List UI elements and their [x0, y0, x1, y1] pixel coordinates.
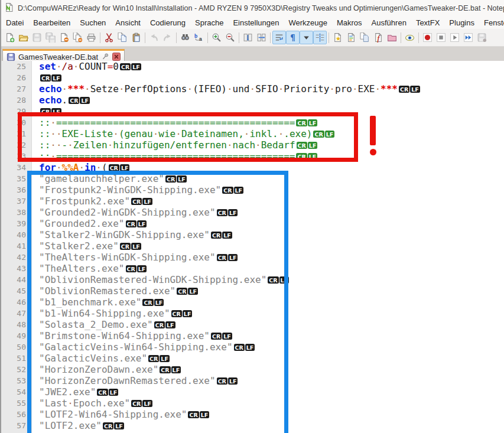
redo-button[interactable]: [161, 31, 174, 44]
undo-button[interactable]: [147, 31, 161, 44]
editor-line-55[interactable]: 55"Last·Epoch.exe"CRLF: [1, 398, 504, 409]
replace-button[interactable]: ba: [192, 31, 206, 44]
file-monitoring-button[interactable]: [403, 31, 417, 44]
menu-item-werkzeuge[interactable]: Werkzeuge: [284, 17, 332, 28]
close-file-button[interactable]: [57, 31, 71, 44]
crlf-marker: CRLF: [171, 310, 193, 317]
editor-line-31[interactable]: 31::··EXE-Liste·(genau·wie·Dateinamen,·i…: [1, 128, 504, 139]
pin-icon[interactable]: [101, 53, 109, 61]
editor-line-32[interactable]: 32::··-·Zeilen·hinzufügen/entfernen·nach…: [1, 139, 504, 151]
editor-line-51[interactable]: 51"GalacticVeins.exe"CRLF: [1, 353, 504, 364]
zoom-in-button[interactable]: [210, 31, 223, 44]
document-map-button[interactable]: [344, 31, 358, 44]
menu-item-suchen[interactable]: Suchen: [75, 17, 110, 28]
show-symbol-dropdown-button[interactable]: [300, 31, 313, 44]
menu-item-ansicht[interactable]: Ansicht: [110, 17, 145, 28]
zoom-out-button[interactable]: [223, 31, 237, 44]
function-list-button[interactable]: f: [372, 31, 385, 44]
tab-close-icon[interactable]: [112, 53, 121, 61]
macro-stop-button[interactable]: [434, 31, 448, 44]
editor-line-37[interactable]: 37"Frostpunk2.exe"CRLF: [1, 196, 504, 207]
crlf-marker: CRLF: [160, 366, 181, 373]
menu-item-textfx[interactable]: TextFX: [411, 17, 444, 28]
macro-play-button[interactable]: [448, 31, 461, 44]
editor-line-38[interactable]: 38"Grounded2-WinGDK-Shipping.exe"CRLF: [1, 207, 504, 218]
editor-line-42[interactable]: 42"TheAlters-WinGDK-Shipping.exe"CRLF: [1, 252, 504, 263]
copy-button[interactable]: [116, 31, 129, 44]
notepadpp-window: D:\CompuWAREz\Ready for Win10 Install\In…: [0, 0, 504, 433]
show-all-characters-button[interactable]: ¶: [286, 31, 300, 44]
folder-as-workspace-button[interactable]: [385, 31, 399, 44]
editor-line-39[interactable]: 39"Grounded2.exe"CRLF: [1, 218, 504, 229]
editor-line-34[interactable]: 34for·%%A·in·(CRLF: [1, 162, 504, 173]
editor-line-40[interactable]: 40"Stalker2-WinGDK-Shipping.exe"CRLF: [1, 229, 504, 240]
toolbar-separator: [418, 32, 419, 43]
menu-item-bearbeiten[interactable]: Bearbeiten: [28, 17, 75, 28]
close-all-button[interactable]: [71, 31, 84, 44]
editor-line-57[interactable]: 57"LOTF2.exe"CRLF: [1, 420, 504, 431]
user-defined-language-button[interactable]: ★: [331, 31, 344, 44]
menu-item-makros[interactable]: Makros: [332, 17, 367, 28]
line-code: "Frostpunk2-WinGDK-Shipping.exe"CRLF: [32, 184, 243, 196]
editor-line-48[interactable]: 48"Solasta_2_Demo.exe"CRLF: [1, 319, 504, 330]
print-button[interactable]: [84, 31, 98, 44]
macro-save-button[interactable]: [475, 31, 489, 44]
editor-line-25[interactable]: 25set·/a·COUNT=0CRLF: [1, 61, 504, 72]
menu-item-ausfhren[interactable]: Ausführen: [367, 17, 411, 28]
editor-line-45[interactable]: 45"OblivionRemastered.exe"CRLF: [1, 285, 504, 297]
open-file-button[interactable]: [17, 31, 30, 44]
editor-line-46[interactable]: 46"b1_benchmark.exe"CRLF: [1, 297, 504, 308]
editor-line-49[interactable]: 49"Brimstone-Win64-Shipping.exe"CRLF: [1, 330, 504, 341]
editor-text-area[interactable]: 25set·/a·COUNT=0CRLF26CRLF27echo·***·Set…: [1, 61, 504, 433]
editor-line-33[interactable]: 33::·===================================…: [1, 151, 504, 162]
save-file-button[interactable]: [30, 31, 44, 44]
editor-line-26[interactable]: 26CRLF: [1, 72, 504, 83]
editor-line-56[interactable]: 56"LOTF2-Win64-Shipping.exe"CRLF: [1, 409, 504, 420]
editor-line-29[interactable]: 29CRLF: [1, 106, 504, 117]
editor-line-47[interactable]: 47"b1-Win64-Shipping.exe"CRLF: [1, 308, 504, 319]
menu-item-datei[interactable]: Datei: [1, 17, 28, 28]
editor-line-41[interactable]: 41"Stalker2.exe"CRLF: [1, 240, 504, 252]
macro-run-multiple-button[interactable]: [461, 31, 475, 44]
editor-line-54[interactable]: 54"JWE2.exe"CRLF: [1, 386, 504, 398]
menu-item-sprache[interactable]: Sprache: [190, 17, 228, 28]
editor-line-28[interactable]: 28echo.CRLF: [1, 95, 504, 106]
document-switcher-button[interactable]: [358, 31, 372, 44]
line-code: "JWE2.exe"CRLF: [32, 386, 118, 398]
new-file-button[interactable]: [3, 31, 17, 44]
editor-line-50[interactable]: 50"GalacticVeins-Win64-Shipping.exe"CRLF: [1, 341, 504, 353]
editor-line-44[interactable]: 44"OblivionRemastered-WinGDK-Shipping.ex…: [1, 274, 504, 285]
title-bar[interactable]: D:\CompuWAREz\Ready for Win10 Install\In…: [1, 0, 504, 17]
menu-item-codierung[interactable]: Codierung: [145, 17, 190, 28]
toolbar-separator: [401, 32, 401, 43]
word-wrap-button[interactable]: [272, 31, 286, 44]
cut-button[interactable]: [102, 31, 116, 44]
sync-vertical-button[interactable]: [241, 31, 255, 44]
menu-item-plugins[interactable]: Plugins: [444, 17, 479, 28]
editor-line-30[interactable]: 30::·===================================…: [1, 117, 504, 128]
line-code: "LOTF2.exe"CRLF: [32, 420, 124, 431]
editor-line-36[interactable]: 36"Frostpunk2-WinGDK-Shipping.exe"CRLF: [1, 184, 504, 196]
line-code: ::··-·Zeilen·hinzufügen/entfernen·nach·B…: [32, 139, 317, 151]
editor-line-43[interactable]: 43"TheAlters.exe"CRLF: [1, 263, 504, 274]
macro-record-button[interactable]: [421, 31, 434, 44]
line-number: 46: [1, 297, 32, 308]
editor-line-27[interactable]: 27echo·***·Setze·PerfOptions·(IFEO)·und·…: [1, 83, 504, 95]
line-code: "TheAlters-WinGDK-Shipping.exe"CRLF: [32, 252, 238, 263]
show-indent-guide-button[interactable]: [313, 31, 327, 44]
find-button[interactable]: [178, 31, 192, 44]
line-number: 34: [1, 162, 32, 173]
save-all-button[interactable]: [44, 31, 57, 44]
line-number: 26: [1, 72, 32, 83]
editor-line-53[interactable]: 53"HorizonZeroDawnRemastered.exe"CRLF: [1, 375, 504, 386]
menu-item-fenster[interactable]: Fenster: [479, 17, 504, 28]
line-number: 47: [1, 308, 32, 319]
line-code: ::·=====================================…: [32, 151, 317, 162]
menu-item-einstellungen[interactable]: Einstellungen: [228, 17, 284, 28]
sync-horizontal-button[interactable]: [255, 31, 268, 44]
editor-line-35[interactable]: 35"gamelaunchhelper.exe"CRLF: [1, 173, 504, 184]
crlf-marker: CRLF: [297, 142, 318, 149]
line-code: set·/a·COUNT=0CRLF: [32, 61, 141, 72]
editor-line-52[interactable]: 52"HorizonZeroDawn.exe"CRLF: [1, 364, 504, 375]
paste-button[interactable]: [129, 31, 143, 44]
